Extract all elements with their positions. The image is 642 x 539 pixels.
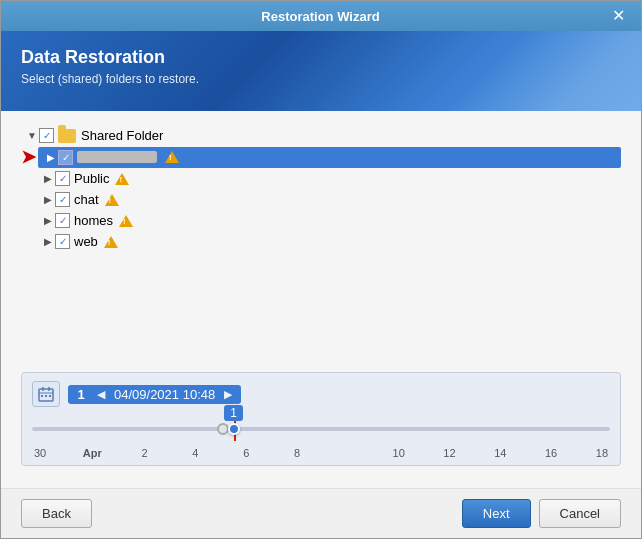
warning-icon-4 xyxy=(103,235,119,249)
calendar-button[interactable] xyxy=(32,381,60,407)
label-3: homes xyxy=(74,213,113,228)
tree-child-item-1[interactable]: ▶ ✓ Public xyxy=(21,168,621,189)
warning-icon-0 xyxy=(164,150,180,164)
page-subtitle: Select (shared) folders to restore. xyxy=(21,72,621,86)
svg-rect-6 xyxy=(49,395,51,397)
tree-child-item-2[interactable]: ▶ ✓ chat xyxy=(21,189,621,210)
date-label-2: 2 xyxy=(137,447,153,459)
warning-icon-1 xyxy=(114,172,130,186)
tree-root-item[interactable]: ▼ ✓ Shared Folder xyxy=(21,125,621,146)
checkbox-4[interactable]: ✓ xyxy=(55,234,70,249)
date-label-apr: Apr xyxy=(83,447,102,459)
timeline-section: 1 ◀ 04/09/2021 10:48 ▶ 1 30 Apr xyxy=(21,372,621,466)
toggle-arrow-0[interactable]: ▶ xyxy=(44,150,58,164)
warning-triangle-0 xyxy=(165,151,179,163)
date-label-16: 16 xyxy=(543,447,559,459)
checkbox-root[interactable]: ✓ xyxy=(39,128,54,143)
close-button[interactable]: ✕ xyxy=(608,8,629,24)
toggle-arrow-root[interactable]: ▼ xyxy=(25,129,39,143)
content-area: ▼ ✓ Shared Folder ➤ ▶ ✓ ▶ xyxy=(1,111,641,488)
date-label-10: 10 xyxy=(391,447,407,459)
warning-triangle-2 xyxy=(105,194,119,206)
footer: Back Next Cancel xyxy=(1,488,641,538)
warning-icon-3 xyxy=(118,214,134,228)
date-label-8: 8 xyxy=(289,447,305,459)
nav-number: 1 xyxy=(74,387,88,402)
timeline-header: 1 ◀ 04/09/2021 10:48 ▶ xyxy=(32,381,610,407)
nav-prev-button[interactable]: ◀ xyxy=(94,387,108,402)
red-pointer-arrow: ➤ xyxy=(21,146,36,168)
checkbox-2[interactable]: ✓ xyxy=(55,192,70,207)
date-label-4: 4 xyxy=(187,447,203,459)
tree-child-item-3[interactable]: ▶ ✓ homes xyxy=(21,210,621,231)
slider-marker-blue[interactable] xyxy=(228,423,240,435)
label-4: web xyxy=(74,234,98,249)
calendar-icon xyxy=(38,386,54,402)
tree-child-item-0[interactable]: ▶ ✓ xyxy=(38,147,621,168)
back-button[interactable]: Back xyxy=(21,499,92,528)
toggle-arrow-3[interactable]: ▶ xyxy=(41,214,55,228)
toggle-arrow-1[interactable]: ▶ xyxy=(41,172,55,186)
cancel-button[interactable]: Cancel xyxy=(539,499,621,528)
date-label-12: 12 xyxy=(441,447,457,459)
timeline-date-labels: 30 Apr 2 4 6 8 10 12 14 16 18 xyxy=(32,447,610,459)
checkbox-3[interactable]: ✓ xyxy=(55,213,70,228)
slider-bubble: 1 xyxy=(224,405,243,421)
date-nav: 1 ◀ 04/09/2021 10:48 ▶ xyxy=(68,385,241,404)
folder-icon-root xyxy=(58,129,76,143)
slider-marker-gray[interactable] xyxy=(217,423,229,435)
nav-next-button[interactable]: ▶ xyxy=(221,387,235,402)
date-label-30: 30 xyxy=(32,447,48,459)
timeline-slider-row: 1 xyxy=(32,415,610,443)
page-title: Data Restoration xyxy=(21,47,621,68)
tree-child-item-4[interactable]: ▶ ✓ web xyxy=(21,231,621,252)
svg-rect-5 xyxy=(45,395,47,397)
date-display: 04/09/2021 10:48 xyxy=(114,387,215,402)
next-button[interactable]: Next xyxy=(462,499,531,528)
warning-triangle-1 xyxy=(115,173,129,185)
date-label-6: 6 xyxy=(238,447,254,459)
checkbox-0[interactable]: ✓ xyxy=(58,150,73,165)
root-label: Shared Folder xyxy=(81,128,163,143)
warning-icon-2 xyxy=(104,193,120,207)
label-2: chat xyxy=(74,192,99,207)
toggle-arrow-4[interactable]: ▶ xyxy=(41,235,55,249)
window-title: Restoration Wizard xyxy=(33,9,608,24)
warning-triangle-3 xyxy=(119,215,133,227)
date-label-18: 18 xyxy=(594,447,610,459)
date-label-9 xyxy=(340,447,356,459)
date-label-14: 14 xyxy=(492,447,508,459)
warning-triangle-4 xyxy=(104,236,118,248)
footer-right-buttons: Next Cancel xyxy=(462,499,621,528)
slider-track[interactable]: 1 xyxy=(32,427,610,431)
header-banner: Data Restoration Select (shared) folders… xyxy=(1,31,641,111)
label-1: Public xyxy=(74,171,109,186)
folder-tree: ▼ ✓ Shared Folder ➤ ▶ ✓ ▶ xyxy=(21,125,621,362)
blurred-label-0 xyxy=(77,151,157,163)
toggle-arrow-2[interactable]: ▶ xyxy=(41,193,55,207)
restoration-wizard-window: Restoration Wizard ✕ Data Restoration Se… xyxy=(0,0,642,539)
checkbox-1[interactable]: ✓ xyxy=(55,171,70,186)
title-bar: Restoration Wizard ✕ xyxy=(1,1,641,31)
svg-rect-4 xyxy=(41,395,43,397)
